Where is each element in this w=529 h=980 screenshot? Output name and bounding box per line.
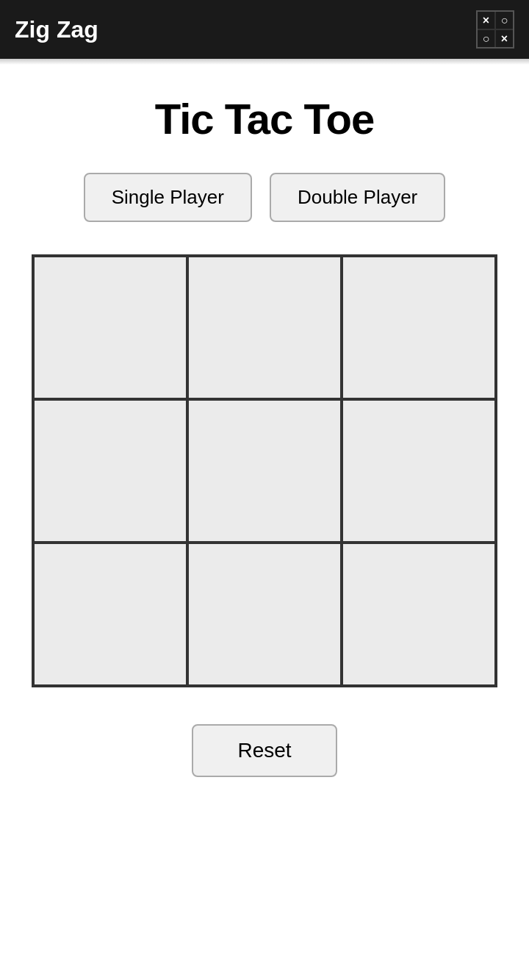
cell-4[interactable] xyxy=(187,399,342,543)
icon-cell-4: × xyxy=(496,30,513,47)
cell-0[interactable] xyxy=(33,256,187,399)
main-content: Tic Tac Toe Single Player Double Player … xyxy=(0,65,529,806)
icon-cell-3: ○ xyxy=(478,30,494,47)
navbar: Zig Zag × ○ ○ × xyxy=(0,0,529,59)
reset-button[interactable]: Reset xyxy=(192,724,337,777)
game-title: Tic Tac Toe xyxy=(155,94,374,143)
cell-5[interactable] xyxy=(342,399,496,543)
cell-3[interactable] xyxy=(33,399,187,543)
cell-1[interactable] xyxy=(187,256,342,399)
cell-7[interactable] xyxy=(187,543,342,686)
ttt-icon: × ○ ○ × xyxy=(476,10,514,49)
ttt-grid xyxy=(32,254,497,687)
cell-8[interactable] xyxy=(342,543,496,686)
app-title: Zig Zag xyxy=(15,16,98,43)
cell-6[interactable] xyxy=(33,543,187,686)
icon-cell-1: × xyxy=(478,12,494,29)
icon-cell-2: ○ xyxy=(496,12,513,29)
double-player-button[interactable]: Double Player xyxy=(270,173,445,222)
player-buttons: Single Player Double Player xyxy=(84,173,446,222)
nav-divider xyxy=(0,59,529,65)
single-player-button[interactable]: Single Player xyxy=(84,173,252,222)
cell-2[interactable] xyxy=(342,256,496,399)
